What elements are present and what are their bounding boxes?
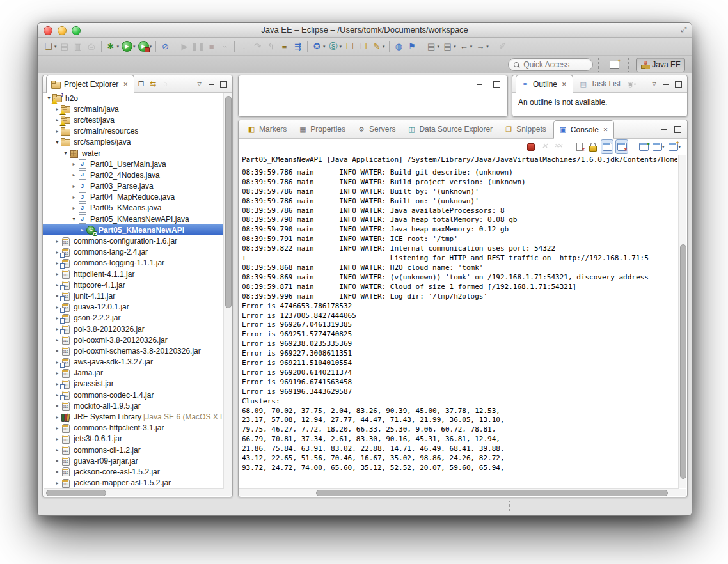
tree-expand-arrow[interactable]: ▸ <box>54 414 61 420</box>
fullscreen-icon[interactable]: ⤢ <box>681 26 686 34</box>
tree-expand-arrow[interactable]: ▸ <box>54 106 61 112</box>
show-stderr-button[interactable]: ✕ <box>615 139 628 154</box>
link-with-editor-button[interactable]: ⇆ <box>148 79 159 89</box>
tree-item-water[interactable]: ▾water <box>43 148 224 159</box>
tree-item-httpcore-4-1-jar[interactable]: ▸010httpcore-4.1.jar <box>43 279 224 290</box>
tree-item-junit-4-11-jar[interactable]: ▸010junit-4.11.jar <box>43 290 224 301</box>
view-menu-button[interactable]: ▽ <box>194 79 205 89</box>
tree-item-jets3t-0-6-1-jar[interactable]: ▸010jets3t-0.6.1.jar <box>43 434 224 444</box>
tab-properties[interactable]: ▦Properties <box>294 123 350 136</box>
tree-expand-arrow[interactable]: ▸ <box>70 194 77 200</box>
close-icon[interactable]: ✕ <box>602 126 610 134</box>
skip-breakpoints-button[interactable]: ⊘ <box>159 40 172 54</box>
tree-item-commons-logging-1-1-1-jar[interactable]: ▸010commons-logging-1.1.1.jar <box>43 258 224 269</box>
scroll-lock-button[interactable] <box>587 140 599 153</box>
maximize-view-button[interactable] <box>673 79 684 89</box>
quick-access-input[interactable] <box>522 59 582 70</box>
annotation-prev-button[interactable]: ▤▾ <box>441 40 457 54</box>
minimize-view-button[interactable] <box>661 79 672 89</box>
tree-item-commons-cli-1-2-jar[interactable]: ▸010commons-cli-1.2.jar <box>43 444 224 455</box>
project-tree-vscrollbar[interactable] <box>223 93 232 489</box>
tab-snippets[interactable]: ❐Snippets <box>500 123 551 136</box>
use-step-filters-button[interactable]: ≡ <box>278 40 291 54</box>
tree-item-javassist-jar[interactable]: ▸010javassist.jar <box>43 379 224 389</box>
tree-item-part01-usermain-java[interactable]: ▸JPart01_UserMain.java <box>43 159 224 169</box>
tree-expand-arrow[interactable]: ▸ <box>54 403 61 409</box>
tree-item-src-test-java[interactable]: ▸src/test/java <box>43 114 224 125</box>
new-wizard-button[interactable]: ❏▾ <box>42 40 58 54</box>
new-web-service-button[interactable]: ✪▾ <box>310 40 327 54</box>
terminate-console-button[interactable] <box>525 140 537 153</box>
tree-item-jackson-core-asl-1-5-2-jar[interactable]: ▸010jackson-core-asl-1.5.2.jar <box>43 466 224 477</box>
back-button[interactable]: ←▾ <box>457 40 474 54</box>
minimize-view-button[interactable] <box>206 79 217 89</box>
minimize-view-button[interactable] <box>659 125 670 134</box>
tree-expand-arrow[interactable]: ▸ <box>54 239 61 244</box>
tree-item-part05-kmeansnewapi[interactable]: ▸C▸Part05_KMeansNewAPI <box>43 224 224 235</box>
tree-item-src-main-java[interactable]: ▸src/main/java <box>43 104 224 114</box>
project-tree-hscrollbar[interactable] <box>44 488 224 496</box>
tree-expand-arrow[interactable]: ▸ <box>54 117 61 123</box>
minimize-window-button[interactable] <box>58 26 67 35</box>
run-external-button[interactable]: ▶▾ <box>137 40 154 54</box>
mark-occurrences-button[interactable]: ✎▾ <box>370 40 386 54</box>
tree-item-httpclient-4-1-1-jar[interactable]: ▸010httpclient-4.1.1.jar <box>43 269 224 279</box>
tree-expand-arrow[interactable]: ▸ <box>70 161 77 167</box>
zoom-window-button[interactable] <box>72 26 81 35</box>
tree-item-commons-codec-1-4-jar[interactable]: ▸010commons-codec-1.4.jar <box>43 389 224 400</box>
tree-item-src-main-resources[interactable]: ▸src/main/resources <box>43 126 224 137</box>
tree-item-jama-jar[interactable]: ▸010Jama.jar <box>43 368 224 379</box>
tree-item-poi-ooxml-3-8-20120326-jar[interactable]: ▸010poi-ooxml-3.8-20120326.jar <box>43 334 224 345</box>
new-soap-service-button[interactable]: Ⓢ▾ <box>327 40 344 54</box>
tree-expand-arrow[interactable]: ▸ <box>54 480 61 486</box>
maximize-view-button[interactable] <box>218 79 229 89</box>
pin-console-button[interactable]: ● <box>638 140 649 153</box>
tree-expand-arrow[interactable]: ▸ <box>79 227 86 233</box>
tree-collapse-arrow[interactable]: ▾ <box>62 150 69 156</box>
tree-expand-arrow[interactable]: ▸ <box>70 184 77 189</box>
maximize-editor-button[interactable] <box>491 79 502 89</box>
vscroll-thumb[interactable] <box>680 244 686 479</box>
quick-access-field[interactable] <box>508 58 593 71</box>
tree-item-aws-java-sdk-1-3-27-jar[interactable]: ▸010aws-java-sdk-1.3.27.jar <box>43 357 224 368</box>
forward-button[interactable]: →▾ <box>473 40 490 54</box>
tab-outline[interactable]: ≡ Outline ✕ <box>516 75 573 93</box>
tree-item-poi-ooxml-schemas-3-8-20120326-jar[interactable]: ▸010poi-ooxml-schemas-3.8-20120326.jar <box>43 345 224 356</box>
tree-item-h2o[interactable]: ▾Jh2o <box>43 93 224 104</box>
close-icon[interactable]: ✕ <box>560 81 568 88</box>
tree-item-guava-r09-jarjar-jar[interactable]: ▸010guava-r09-jarjar.jar <box>43 455 224 466</box>
tree-item-mockito-all-1-9-5-jar[interactable]: ▸010mockito-all-1.9.5.jar <box>43 400 224 411</box>
tree-item-guava-12-0-1-jar[interactable]: ▸010guava-12.0.1.jar <box>43 302 224 313</box>
display-console-button[interactable]: ▾ <box>651 140 666 153</box>
tree-expand-arrow[interactable]: ▸ <box>70 205 77 211</box>
view-menu-button[interactable]: ▽ <box>649 79 660 89</box>
tree-item-part05-kmeansnewapi-java[interactable]: ▾JPart05_KMeansNewAPI.java <box>43 214 224 224</box>
tree-expand-arrow[interactable]: ▸ <box>54 436 61 442</box>
tree-item-jre-system-library[interactable]: ▸JRE System Library[Java SE 6 (MacOS X D… <box>43 411 224 422</box>
debug-button[interactable]: ✱▾ <box>104 40 121 54</box>
java-ee-perspective-button[interactable]: Java EE <box>636 58 685 72</box>
tab-markers[interactable]: ◧Markers <box>242 123 291 136</box>
tab-data-source-explorer[interactable]: ◫Data Source Explorer <box>402 123 497 136</box>
external-tools-button[interactable]: ⚑ <box>406 40 419 54</box>
tree-item-commons-lang-2-4-jar[interactable]: ▸010commons-lang-2.4.jar <box>43 247 224 258</box>
tree-expand-arrow[interactable]: ▸ <box>54 370 61 376</box>
console-hscrollbar[interactable] <box>239 488 679 496</box>
tree-expand-arrow[interactable]: ▸ <box>54 447 61 453</box>
tree-item-commons-httpclient-3-1-jar[interactable]: ▸010commons-httpclient-3.1.jar <box>43 423 224 434</box>
close-icon[interactable]: ✕ <box>122 81 129 88</box>
run-button[interactable]: ▶▾ <box>120 40 137 54</box>
tree-collapse-arrow[interactable]: ▾ <box>54 139 61 145</box>
maximize-view-button[interactable] <box>672 125 683 134</box>
clear-console-button[interactable] <box>574 140 585 153</box>
export-button[interactable]: ❒ <box>356 40 370 54</box>
tab-task-list[interactable]: ▤ Task List <box>574 77 626 90</box>
console-vscrollbar[interactable] <box>678 155 686 488</box>
import-button[interactable]: ❒ <box>343 40 356 54</box>
tree-item-gson-2-2-2-jar[interactable]: ▸010gson-2.2.2.jar <box>43 313 224 324</box>
tab-project-explorer[interactable]: Project Explorer ✕ <box>46 75 134 93</box>
open-perspective-button[interactable] <box>606 58 623 72</box>
editor-area-panel[interactable] <box>238 75 508 117</box>
tree-expand-arrow[interactable]: ▸ <box>54 348 61 354</box>
tree-collapse-arrow[interactable]: ▾ <box>45 95 52 101</box>
